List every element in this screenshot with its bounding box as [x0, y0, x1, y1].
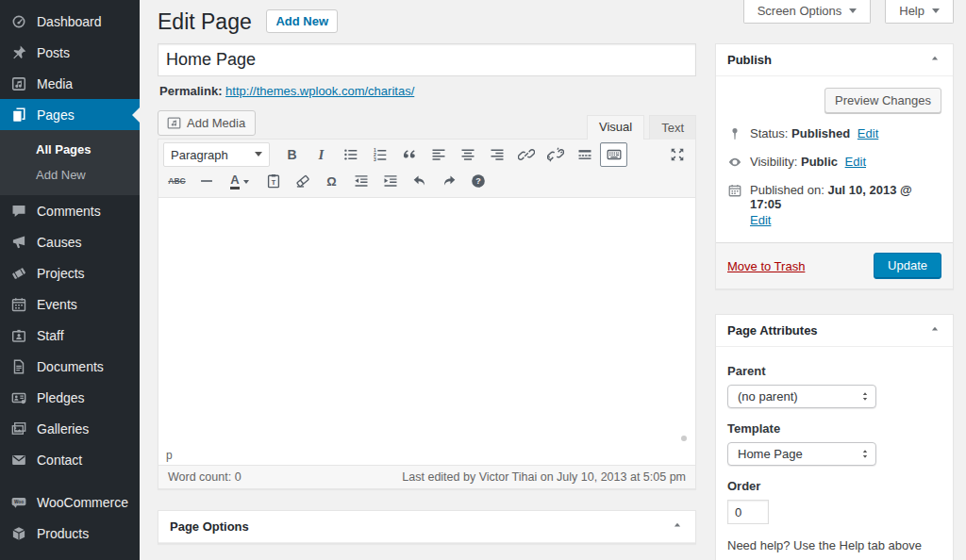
toolbar-toggle-button[interactable]: [600, 142, 627, 167]
bulleted-list-button[interactable]: [337, 142, 364, 167]
numbered-list-button[interactable]: 123: [366, 142, 393, 167]
page-attributes-collapse-toggle[interactable]: [928, 324, 941, 338]
page-options-header[interactable]: Page Options: [158, 511, 695, 543]
template-select[interactable]: Home Page: [727, 442, 876, 466]
add-media-button[interactable]: Add Media: [158, 110, 256, 136]
indent-button[interactable]: [376, 169, 404, 193]
status-row: Status: Published Edit: [727, 126, 941, 142]
read-more-button[interactable]: [571, 142, 598, 167]
keyboard-icon: [606, 146, 623, 163]
page-options-collapse-toggle[interactable]: [671, 520, 684, 534]
path-p-tag[interactable]: p: [166, 449, 173, 462]
title-input[interactable]: [158, 43, 696, 76]
sidebar-item-label: Posts: [37, 45, 70, 60]
distraction-free-button[interactable]: [663, 142, 691, 167]
sidebar-item-products[interactable]: Products: [0, 518, 140, 549]
editor-column: Permalink: http://themes.wplook.com/char…: [158, 43, 696, 560]
help-button[interactable]: Help: [885, 0, 954, 24]
editor-resize-handle[interactable]: [681, 436, 687, 441]
sidebar-item-staff[interactable]: Staff: [0, 320, 140, 351]
help-icon: ?: [470, 173, 487, 189]
megaphone-icon: [9, 233, 28, 252]
text-color-button[interactable]: A: [222, 169, 258, 193]
edit-published-date-link[interactable]: Edit: [750, 213, 771, 227]
insert-link-button[interactable]: [512, 142, 540, 167]
caret-down-icon: [255, 152, 262, 160]
add-new-button[interactable]: Add New: [266, 9, 338, 33]
unlink-icon: [547, 146, 564, 163]
visibility-label: Visibility:: [750, 155, 797, 169]
sidebar-item-events[interactable]: Events: [0, 288, 140, 320]
paste-text-icon: T: [265, 173, 282, 189]
published-on-label: Published on:: [750, 183, 824, 197]
editor-toolbar-row1: Paragraph B I: [158, 140, 695, 169]
publish-collapse-toggle[interactable]: [928, 54, 941, 67]
paragraph-format-select[interactable]: Paragraph: [163, 142, 270, 167]
preview-changes-button[interactable]: Preview Changes: [824, 88, 941, 113]
bold-button[interactable]: B: [278, 142, 306, 167]
outdent-button[interactable]: [347, 169, 375, 193]
tab-text[interactable]: Text: [649, 115, 696, 140]
horizontal-rule-button[interactable]: [192, 169, 220, 193]
svg-text:Woo: Woo: [14, 499, 24, 503]
align-right-button[interactable]: [483, 142, 510, 167]
align-center-button[interactable]: [454, 142, 481, 167]
attributes-help-text: Need help? Use the Help tab above the sc…: [727, 536, 941, 560]
sidebar-item-causes[interactable]: Causes: [0, 226, 140, 257]
sidebar-item-pledges[interactable]: Pledges: [0, 382, 140, 413]
edit-status-link[interactable]: Edit: [858, 126, 878, 140]
select-arrows-icon: [859, 389, 872, 404]
clear-formatting-button[interactable]: [289, 169, 316, 193]
sidebar-item-label: Contact: [37, 453, 82, 468]
update-button[interactable]: Update: [874, 253, 941, 279]
publish-header[interactable]: Publish: [716, 44, 953, 76]
sidebar-item-pages[interactable]: Pages: [0, 99, 140, 130]
document-icon: [9, 357, 28, 376]
comments-icon: [9, 202, 28, 221]
outdent-icon: [353, 173, 370, 189]
caret-down-icon: [932, 8, 940, 17]
sidebar-item-posts[interactable]: Posts: [0, 37, 140, 68]
italic-button[interactable]: I: [308, 142, 335, 167]
sidebar-item-label: Staff: [37, 328, 64, 343]
sidebar-item-documents[interactable]: Documents: [0, 351, 140, 382]
paste-as-text-button[interactable]: T: [259, 169, 287, 193]
publish-body: Preview Changes Status: Published Edit: [716, 76, 953, 242]
blockquote-button[interactable]: [395, 142, 423, 167]
align-left-button[interactable]: [425, 142, 452, 167]
sidebar-item-media[interactable]: Media: [0, 68, 140, 99]
sidebar-item-comments[interactable]: Comments: [0, 195, 140, 226]
sidebar-item-dashboard[interactable]: Dashboard: [0, 6, 140, 37]
tab-visual[interactable]: Visual: [587, 115, 644, 140]
sidebar-item-contact[interactable]: Contact: [0, 444, 140, 475]
sidebar-item-label: Events: [37, 297, 77, 312]
permalink-link[interactable]: http://themes.wplook.com/charitas/: [225, 84, 414, 98]
move-to-trash-link[interactable]: Move to Trash: [727, 259, 805, 273]
page-attributes-box: Page Attributes Parent (no parent) Templ…: [715, 314, 954, 560]
parent-select[interactable]: (no parent): [727, 385, 876, 408]
submenu-item-add-new[interactable]: Add New: [0, 162, 140, 188]
undo-button[interactable]: [406, 169, 433, 193]
special-character-button[interactable]: Ω: [318, 169, 345, 193]
remove-link-button[interactable]: [541, 142, 569, 167]
publish-footer: Move to Trash Update: [716, 242, 953, 288]
help-button-editor[interactable]: ?: [464, 169, 491, 193]
order-input[interactable]: [727, 500, 769, 524]
editor-content-area[interactable]: [158, 197, 695, 448]
edit-visibility-link[interactable]: Edit: [845, 155, 866, 169]
submenu-item-all-pages[interactable]: All Pages: [0, 137, 140, 162]
page-attributes-header[interactable]: Page Attributes: [716, 315, 953, 347]
screen-options-button[interactable]: Screen Options: [743, 0, 872, 24]
status-label: Status:: [750, 126, 788, 140]
sidebar-item-label: Products: [37, 526, 89, 541]
svg-text:3: 3: [373, 156, 375, 162]
screen-options-label: Screen Options: [758, 4, 842, 18]
sidebar-item-woocommerce[interactable]: Woo WooCommerce: [0, 486, 140, 518]
sidebar-item-galleries[interactable]: Galleries: [0, 413, 140, 444]
visibility-row: Visibility: Public Edit: [727, 155, 941, 171]
sidebar-item-label: Pledges: [37, 390, 85, 405]
strikethrough-button[interactable]: ABC: [163, 169, 191, 193]
redo-button[interactable]: [435, 169, 462, 193]
calendar-icon: [727, 183, 743, 199]
sidebar-item-projects[interactable]: Projects: [0, 257, 140, 288]
